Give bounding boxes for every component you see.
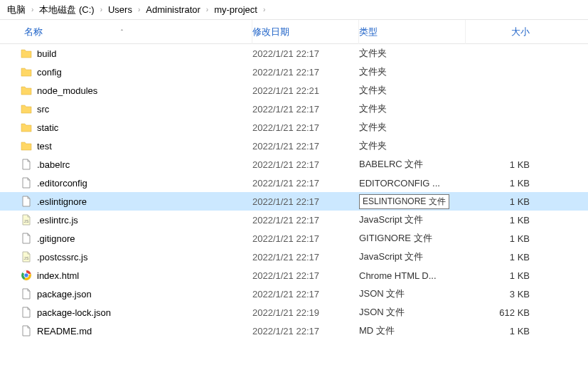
file-name: package-lock.json [37, 307, 111, 318]
file-type: MD 文件 [359, 324, 466, 337]
file-name: .gitignore [37, 233, 75, 244]
column-header-name[interactable]: 名称 ˆ [0, 20, 252, 44]
file-size: 612 KB [466, 307, 551, 318]
file-icon [20, 232, 33, 245]
file-name: src [37, 104, 49, 115]
file-type: JavaScript 文件 [359, 250, 466, 263]
file-name: test [37, 141, 52, 152]
file-type: JSON 文件 [359, 306, 466, 319]
column-header-size[interactable]: 大小 [466, 20, 551, 44]
file-date: 2022/1/21 22:17 [252, 122, 359, 133]
file-type: EDITORCONFIG ... [359, 178, 466, 189]
file-icon [20, 195, 33, 208]
file-name: .editorconfig [37, 178, 87, 189]
file-row[interactable]: package.json2022/1/21 22:17JSON 文件3 KB [0, 285, 588, 303]
folder-icon [20, 47, 33, 60]
file-type: JSON 文件 [359, 287, 466, 300]
file-type: JavaScript 文件 [359, 213, 466, 226]
file-size: 1 KB [466, 270, 551, 281]
file-date: 2022/1/21 22:17 [252, 141, 359, 152]
file-row[interactable]: test2022/1/21 22:17文件夹 [0, 137, 588, 155]
file-size: 1 KB [466, 326, 551, 336]
js-icon [20, 213, 33, 226]
file-type: Chrome HTML D... [359, 270, 466, 281]
file-date: 2022/1/21 22:17 [252, 215, 359, 226]
chevron-right-icon: › [135, 6, 143, 14]
file-name-cell: static [0, 121, 252, 134]
file-name-cell: build [0, 47, 252, 60]
file-row[interactable]: .eslintrc.js2022/1/21 22:17JavaScript 文件… [0, 211, 588, 229]
file-type: 文件夹 [359, 139, 466, 152]
file-date: 2022/1/21 22:19 [252, 307, 359, 318]
breadcrumb-item[interactable]: Users [105, 3, 135, 16]
file-row[interactable]: static2022/1/21 22:17文件夹 [0, 118, 588, 137]
folder-icon [20, 139, 33, 152]
chevron-right-icon: › [260, 6, 268, 14]
file-size: 1 KB [466, 215, 551, 226]
file-row[interactable]: config2022/1/21 22:17文件夹 [0, 63, 588, 81]
file-name-cell: README.md [0, 324, 252, 337]
chevron-right-icon: › [97, 6, 105, 14]
file-icon [20, 158, 33, 171]
file-name-cell: test [0, 139, 252, 152]
file-row[interactable]: src2022/1/21 22:17文件夹 [0, 100, 588, 118]
file-name-cell: .babelrc [0, 158, 252, 171]
file-name: .babelrc [37, 159, 70, 170]
file-row[interactable]: .editorconfig2022/1/21 22:17EDITORCONFIG… [0, 174, 588, 192]
folder-icon [20, 102, 33, 115]
file-date: 2022/1/21 22:17 [252, 67, 359, 78]
file-row[interactable]: README.md2022/1/21 22:17MD 文件1 KB [0, 322, 588, 340]
file-icon [20, 306, 33, 319]
file-type: 文件夹 [359, 102, 466, 115]
file-type: BABELRC 文件 [359, 158, 466, 171]
column-header-type[interactable]: 类型 [359, 20, 466, 44]
column-label: 名称 [24, 26, 43, 38]
file-type: 文件夹 [359, 84, 466, 97]
column-label: 修改日期 [252, 26, 289, 37]
file-date: 2022/1/21 22:17 [252, 270, 359, 281]
file-row[interactable]: .gitignore2022/1/21 22:17GITIGNORE 文件1 K… [0, 229, 588, 248]
chevron-right-icon: › [203, 6, 211, 14]
file-name: static [37, 122, 58, 133]
file-icon [20, 176, 33, 189]
file-row[interactable]: .postcssrc.js2022/1/21 22:17JavaScript 文… [0, 248, 588, 266]
file-type: ESLINTIGNORE 文件 [359, 194, 466, 209]
file-name-cell: .gitignore [0, 232, 252, 245]
file-row[interactable]: .eslintignore2022/1/21 22:17ESLINTIGNORE… [0, 192, 588, 211]
file-row[interactable]: build2022/1/21 22:17文件夹 [0, 44, 588, 63]
file-name-cell: .eslintignore [0, 195, 252, 208]
breadcrumb-item[interactable]: Administrator [143, 3, 203, 16]
breadcrumb-item[interactable]: 本地磁盘 (C:) [36, 2, 97, 18]
column-header-row: 名称 ˆ 修改日期 类型 大小 [0, 20, 588, 44]
file-row[interactable]: node_modules2022/1/21 22:21文件夹 [0, 81, 588, 100]
breadcrumb[interactable]: 电脑 › 本地磁盘 (C:) › Users › Administrator ›… [0, 0, 588, 20]
breadcrumb-label: Administrator [146, 4, 201, 15]
file-icon [20, 287, 33, 300]
folder-icon [20, 65, 33, 78]
breadcrumb-label: Users [108, 4, 132, 15]
file-size: 1 KB [466, 196, 551, 207]
file-row[interactable]: .babelrc2022/1/21 22:17BABELRC 文件1 KB [0, 155, 588, 174]
file-date: 2022/1/21 22:17 [252, 48, 359, 59]
file-name: build [37, 48, 56, 59]
file-row[interactable]: package-lock.json2022/1/21 22:19JSON 文件6… [0, 303, 588, 322]
breadcrumb-label: my-project [214, 4, 257, 15]
file-type: 文件夹 [359, 47, 466, 60]
column-label: 大小 [511, 26, 530, 37]
folder-icon [20, 121, 33, 134]
type-tooltip: ESLINTIGNORE 文件 [359, 194, 449, 209]
breadcrumb-item[interactable]: 电脑 [4, 2, 28, 18]
file-name-cell: src [0, 102, 252, 115]
file-size: 1 KB [466, 233, 551, 244]
sort-ascending-icon: ˆ [121, 28, 123, 36]
file-date: 2022/1/21 22:17 [252, 178, 359, 189]
folder-icon [20, 84, 33, 97]
file-type: 文件夹 [359, 121, 466, 134]
file-date: 2022/1/21 22:17 [252, 252, 359, 263]
file-row[interactable]: index.html2022/1/21 22:17Chrome HTML D..… [0, 266, 588, 285]
column-header-date[interactable]: 修改日期 [252, 20, 359, 44]
file-name-cell: .eslintrc.js [0, 213, 252, 226]
file-name-cell: .editorconfig [0, 176, 252, 189]
breadcrumb-item[interactable]: my-project [211, 3, 260, 16]
file-name: README.md [37, 326, 92, 336]
